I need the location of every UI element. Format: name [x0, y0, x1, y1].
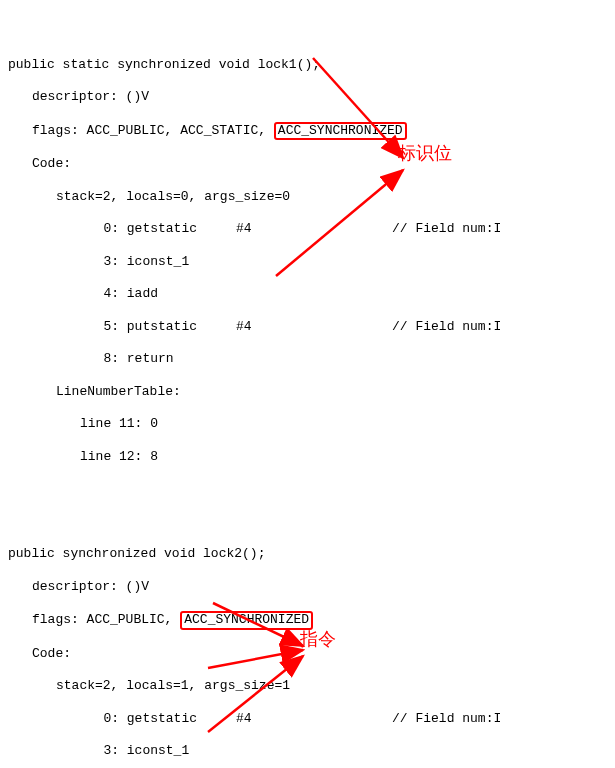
- m2-flag-sync: ACC_SYNCHRONIZED: [180, 611, 313, 629]
- m1-flags-prefix: flags: ACC_PUBLIC, ACC_STATIC,: [32, 123, 274, 138]
- m1-instr: 0: getstatic #4 // Field num:I: [8, 221, 607, 237]
- m1-flags-line: flags: ACC_PUBLIC, ACC_STATIC, ACC_SYNCH…: [8, 122, 607, 140]
- m2-instr: 3: iconst_1: [8, 743, 607, 759]
- svg-line-1: [313, 58, 403, 158]
- m2-sig: public synchronized void lock2();: [8, 546, 607, 562]
- m2-instr: 0: getstatic #4 // Field num:I: [8, 711, 607, 727]
- m1-desc: descriptor: ()V: [8, 89, 607, 105]
- m1-lnt-label: LineNumberTable:: [8, 384, 607, 400]
- m1-stack: stack=2, locals=0, args_size=0: [8, 189, 607, 205]
- m1-instr: 5: putstatic #4 // Field num:I: [8, 319, 607, 335]
- m1-sig: public static synchronized void lock1();: [8, 57, 607, 73]
- m2-flags-prefix: flags: ACC_PUBLIC,: [32, 612, 180, 627]
- m2-flags-line: flags: ACC_PUBLIC, ACC_SYNCHRONIZED: [8, 611, 607, 629]
- m1-lnt: line 12: 8: [8, 449, 607, 465]
- m1-code: Code:: [8, 156, 607, 172]
- m2-stack: stack=2, locals=1, args_size=1: [8, 678, 607, 694]
- m2-desc: descriptor: ()V: [8, 579, 607, 595]
- m2-code: Code:: [8, 646, 607, 662]
- m1-lnt: line 11: 0: [8, 416, 607, 432]
- bytecode-dump: public static synchronized void lock1();…: [8, 8, 607, 768]
- m1-instr: 8: return: [8, 351, 607, 367]
- m1-instr: 4: iadd: [8, 286, 607, 302]
- m1-flag-sync: ACC_SYNCHRONIZED: [274, 122, 407, 140]
- m1-instr: 3: iconst_1: [8, 254, 607, 270]
